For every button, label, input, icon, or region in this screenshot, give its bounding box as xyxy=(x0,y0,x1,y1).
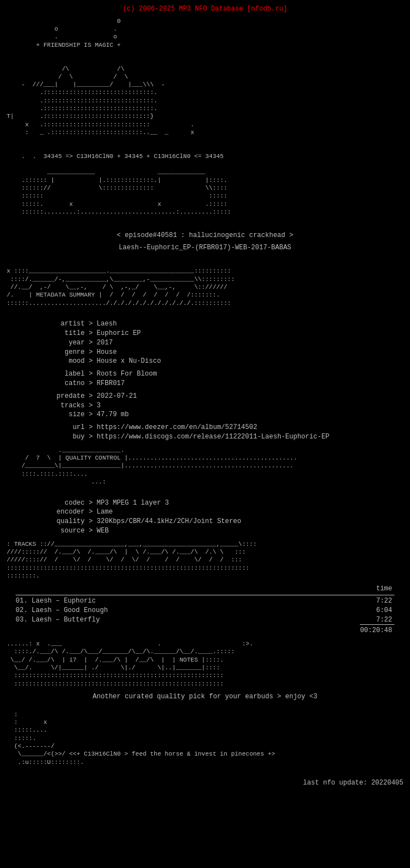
metadata-title: title > Euphoric EP xyxy=(40,329,403,338)
last-update-label: last nfo update: xyxy=(303,779,367,787)
list-item: 02. Laesh – Good Enough 6:04 xyxy=(16,606,394,615)
label-label: label xyxy=(40,369,85,379)
predate-value: 2022-07-21 xyxy=(97,392,137,400)
genre-value: House xyxy=(97,348,117,356)
release-name-text: Laesh--Euphoric_EP-(RFBR017)-WEB-2017-BA… xyxy=(119,244,291,251)
quality-label: quality xyxy=(40,517,85,526)
metadata-tracks: tracks > 3 xyxy=(40,401,403,411)
track-1-title: 01. Laesh – Euphoric xyxy=(16,596,360,606)
metadata-catno: catno > RFBR017 xyxy=(40,379,403,388)
tracks-count-label: tracks xyxy=(40,401,85,411)
mood-value: House x Nu-Disco xyxy=(97,357,161,365)
genre-label: genre xyxy=(40,348,85,357)
tracks-banner: : TRACKS :://___________________,___,___… xyxy=(7,540,403,580)
quality-quality: quality > 320Kbps/CBR/44.1kHz/2CH/Joint … xyxy=(40,517,403,526)
codec-label: codec xyxy=(40,499,85,508)
title-value: Euphoric EP xyxy=(97,329,141,337)
metadata-mood: mood > House x Nu-Disco xyxy=(40,357,403,366)
predate-label: predate xyxy=(40,392,85,401)
track-1-time: 7:22 xyxy=(360,596,394,606)
size-label: size xyxy=(40,410,85,420)
time-header-text: time xyxy=(376,585,392,593)
metadata-banner: x ::::_____________________.____________… xyxy=(7,259,403,315)
metadata-label-row: label > Roots For Bloom xyxy=(40,369,403,379)
track-2-time: 6:04 xyxy=(360,606,394,615)
quality-source: source > WEB xyxy=(40,526,403,536)
artist-label: artist xyxy=(40,319,85,329)
list-item: 01. Laesh – Euphoric 7:22 xyxy=(16,596,394,606)
year-value: 2017 xyxy=(97,339,113,347)
buy-value: https://www.discogs.com/release/11222011… xyxy=(97,433,330,441)
tracks-count-value: 3 xyxy=(97,402,101,410)
release-name: Laesh--Euphoric_EP-(RFBR017)-WEB-2017-BA… xyxy=(7,243,403,253)
metadata-year: year > 2017 xyxy=(40,338,403,348)
mood-label: mood xyxy=(40,357,85,366)
copyright-line: (c) 2006-2025 MP3 NFO Database [nfodb.ru… xyxy=(7,4,403,14)
buy-label: buy xyxy=(40,432,85,442)
copyright-text: (c) 2006-2025 MP3 NFO Database [nfodb.ru… xyxy=(123,5,287,13)
source-value: WEB xyxy=(97,527,109,535)
metadata-predate: predate > 2022-07-21 xyxy=(40,392,403,401)
metadata-url: url > https://www.deezer.com/en/album/52… xyxy=(40,423,403,432)
tracks-divider xyxy=(16,595,394,595)
codec-value: MP3 MPEG 1 layer 3 xyxy=(97,499,169,507)
footer-section: last nfo update: 20220405 xyxy=(7,778,403,788)
metadata-section: artist > Laesh title > Euphoric EP year … xyxy=(40,319,403,442)
catno-value: RFBR017 xyxy=(97,379,125,387)
artist-value: Laesh xyxy=(97,320,117,328)
page-container: (c) 2006-2025 MP3 NFO Database [nfodb.ru… xyxy=(7,4,403,788)
metadata-buy: buy > https://www.discogs.com/release/11… xyxy=(40,432,403,442)
track-3-title: 03. Laesh – Butterfly xyxy=(16,615,360,625)
notes-banner: ......: x .___ . :>. ::::./.___/\ /.___/… xyxy=(7,640,403,688)
tracks-section: time 01. Laesh – Euphoric 7:22 02. Laesh… xyxy=(16,584,394,635)
quality-codec: codec > MP3 MPEG 1 layer 3 xyxy=(40,499,403,508)
quality-value: 320Kbps/CBR/44.1kHz/2CH/Joint Stereo xyxy=(97,517,241,525)
footer-ascii-art: : : x :::::.... :::::. (<.-------/ \____… xyxy=(7,711,403,774)
quality-banner: .________________. / 7 \ | QUALITY CONTR… xyxy=(7,446,403,494)
metadata-size: size > 47.79 mb xyxy=(40,410,403,420)
source-label: source xyxy=(40,526,85,536)
tracks-time-header: time xyxy=(360,584,394,594)
metadata-genre: genre > House xyxy=(40,348,403,357)
quality-encoder: encoder > Lame xyxy=(40,507,403,517)
track-3-time: 7:22 xyxy=(360,615,394,625)
list-item: 03. Laesh – Butterfly 7:22 xyxy=(16,615,394,625)
label-value: Roots For Bloom xyxy=(97,370,157,378)
total-time-row: 00:20:48 xyxy=(16,625,394,635)
year-label: year xyxy=(40,338,85,348)
total-time: 00:20:48 xyxy=(360,625,394,635)
total-time-value: 00:20:48 xyxy=(360,627,392,634)
notes-text: Another curated quality pick for your ea… xyxy=(92,693,317,701)
top-ascii-art: 0 o . . o + FRIENDSHIP IS MAGIC + /\ /\ … xyxy=(7,17,403,224)
size-value: 47.79 mb xyxy=(97,411,129,418)
last-update-value: 20220405 xyxy=(371,779,403,787)
encoder-value: Lame xyxy=(97,508,113,516)
title-label: title xyxy=(40,329,85,338)
catno-label: catno xyxy=(40,379,85,388)
url-value: https://www.deezer.com/en/album/52714502 xyxy=(97,423,257,431)
notes-section: Another curated quality pick for your ea… xyxy=(7,692,403,702)
encoder-label: encoder xyxy=(40,507,85,517)
track-2-title: 02. Laesh – Good Enough xyxy=(16,606,360,615)
episode-line: < episode#40581 : hallucinogenic crackhe… xyxy=(7,231,403,240)
episode-text: < episode#40581 : hallucinogenic crackhe… xyxy=(117,231,294,239)
quality-section: codec > MP3 MPEG 1 layer 3 encoder > Lam… xyxy=(40,499,403,536)
tracks-table: time 01. Laesh – Euphoric 7:22 02. Laesh… xyxy=(16,584,394,635)
tracks-title-header xyxy=(16,584,360,594)
url-label: url xyxy=(40,423,85,432)
tracks-header: time xyxy=(16,584,394,594)
metadata-artist: artist > Laesh xyxy=(40,319,403,329)
